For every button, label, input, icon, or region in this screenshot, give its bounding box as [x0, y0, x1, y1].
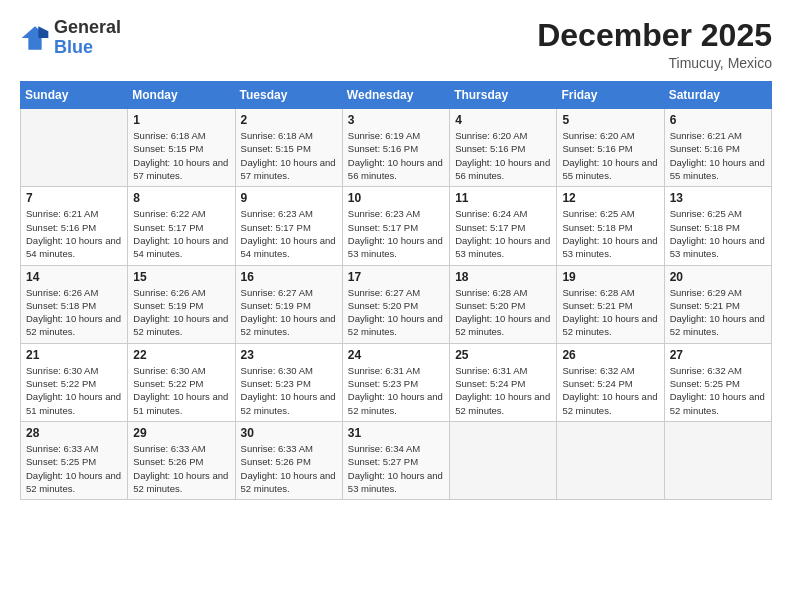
day-info: Sunrise: 6:28 AMSunset: 5:21 PMDaylight:…	[562, 286, 658, 339]
day-number: 22	[133, 348, 229, 362]
day-number: 11	[455, 191, 551, 205]
day-info: Sunrise: 6:30 AMSunset: 5:22 PMDaylight:…	[26, 364, 122, 417]
day-cell	[21, 109, 128, 187]
day-number: 25	[455, 348, 551, 362]
day-info: Sunrise: 6:20 AMSunset: 5:16 PMDaylight:…	[455, 129, 551, 182]
day-info: Sunrise: 6:30 AMSunset: 5:22 PMDaylight:…	[133, 364, 229, 417]
day-info: Sunrise: 6:27 AMSunset: 5:20 PMDaylight:…	[348, 286, 444, 339]
day-header-monday: Monday	[128, 82, 235, 109]
day-cell: 14Sunrise: 6:26 AMSunset: 5:18 PMDayligh…	[21, 265, 128, 343]
day-number: 2	[241, 113, 337, 127]
day-cell: 29Sunrise: 6:33 AMSunset: 5:26 PMDayligh…	[128, 421, 235, 499]
day-info: Sunrise: 6:23 AMSunset: 5:17 PMDaylight:…	[241, 207, 337, 260]
day-info: Sunrise: 6:18 AMSunset: 5:15 PMDaylight:…	[241, 129, 337, 182]
day-info: Sunrise: 6:21 AMSunset: 5:16 PMDaylight:…	[670, 129, 766, 182]
day-header-wednesday: Wednesday	[342, 82, 449, 109]
header: General Blue December 2025 Timucuy, Mexi…	[20, 18, 772, 71]
week-row-4: 28Sunrise: 6:33 AMSunset: 5:25 PMDayligh…	[21, 421, 772, 499]
day-info: Sunrise: 6:33 AMSunset: 5:26 PMDaylight:…	[133, 442, 229, 495]
day-cell: 21Sunrise: 6:30 AMSunset: 5:22 PMDayligh…	[21, 343, 128, 421]
day-info: Sunrise: 6:31 AMSunset: 5:23 PMDaylight:…	[348, 364, 444, 417]
day-number: 16	[241, 270, 337, 284]
day-number: 26	[562, 348, 658, 362]
day-cell	[664, 421, 771, 499]
day-cell: 28Sunrise: 6:33 AMSunset: 5:25 PMDayligh…	[21, 421, 128, 499]
day-info: Sunrise: 6:33 AMSunset: 5:25 PMDaylight:…	[26, 442, 122, 495]
logo-text: General Blue	[54, 18, 121, 58]
day-cell: 27Sunrise: 6:32 AMSunset: 5:25 PMDayligh…	[664, 343, 771, 421]
day-cell: 10Sunrise: 6:23 AMSunset: 5:17 PMDayligh…	[342, 187, 449, 265]
day-cell: 25Sunrise: 6:31 AMSunset: 5:24 PMDayligh…	[450, 343, 557, 421]
week-row-1: 7Sunrise: 6:21 AMSunset: 5:16 PMDaylight…	[21, 187, 772, 265]
day-number: 19	[562, 270, 658, 284]
day-cell: 12Sunrise: 6:25 AMSunset: 5:18 PMDayligh…	[557, 187, 664, 265]
day-number: 5	[562, 113, 658, 127]
day-header-thursday: Thursday	[450, 82, 557, 109]
logo-icon	[20, 23, 50, 53]
day-info: Sunrise: 6:23 AMSunset: 5:17 PMDaylight:…	[348, 207, 444, 260]
day-cell: 6Sunrise: 6:21 AMSunset: 5:16 PMDaylight…	[664, 109, 771, 187]
day-cell: 13Sunrise: 6:25 AMSunset: 5:18 PMDayligh…	[664, 187, 771, 265]
day-info: Sunrise: 6:24 AMSunset: 5:17 PMDaylight:…	[455, 207, 551, 260]
day-cell: 7Sunrise: 6:21 AMSunset: 5:16 PMDaylight…	[21, 187, 128, 265]
day-header-friday: Friday	[557, 82, 664, 109]
week-row-3: 21Sunrise: 6:30 AMSunset: 5:22 PMDayligh…	[21, 343, 772, 421]
day-cell: 4Sunrise: 6:20 AMSunset: 5:16 PMDaylight…	[450, 109, 557, 187]
calendar-table: SundayMondayTuesdayWednesdayThursdayFrid…	[20, 81, 772, 500]
day-cell: 26Sunrise: 6:32 AMSunset: 5:24 PMDayligh…	[557, 343, 664, 421]
day-cell: 9Sunrise: 6:23 AMSunset: 5:17 PMDaylight…	[235, 187, 342, 265]
day-info: Sunrise: 6:21 AMSunset: 5:16 PMDaylight:…	[26, 207, 122, 260]
calendar-page: General Blue December 2025 Timucuy, Mexi…	[0, 0, 792, 612]
day-number: 23	[241, 348, 337, 362]
day-info: Sunrise: 6:34 AMSunset: 5:27 PMDaylight:…	[348, 442, 444, 495]
day-number: 20	[670, 270, 766, 284]
day-cell	[450, 421, 557, 499]
day-cell: 2Sunrise: 6:18 AMSunset: 5:15 PMDaylight…	[235, 109, 342, 187]
day-cell: 18Sunrise: 6:28 AMSunset: 5:20 PMDayligh…	[450, 265, 557, 343]
day-info: Sunrise: 6:32 AMSunset: 5:24 PMDaylight:…	[562, 364, 658, 417]
day-header-tuesday: Tuesday	[235, 82, 342, 109]
day-header-saturday: Saturday	[664, 82, 771, 109]
day-info: Sunrise: 6:25 AMSunset: 5:18 PMDaylight:…	[562, 207, 658, 260]
day-number: 1	[133, 113, 229, 127]
day-info: Sunrise: 6:26 AMSunset: 5:18 PMDaylight:…	[26, 286, 122, 339]
svg-marker-1	[38, 26, 48, 38]
day-number: 17	[348, 270, 444, 284]
day-cell: 16Sunrise: 6:27 AMSunset: 5:19 PMDayligh…	[235, 265, 342, 343]
day-number: 18	[455, 270, 551, 284]
day-info: Sunrise: 6:18 AMSunset: 5:15 PMDaylight:…	[133, 129, 229, 182]
day-number: 30	[241, 426, 337, 440]
day-number: 10	[348, 191, 444, 205]
day-number: 31	[348, 426, 444, 440]
day-number: 13	[670, 191, 766, 205]
logo-blue: Blue	[54, 38, 121, 58]
day-header-sunday: Sunday	[21, 82, 128, 109]
day-cell	[557, 421, 664, 499]
day-info: Sunrise: 6:22 AMSunset: 5:17 PMDaylight:…	[133, 207, 229, 260]
day-cell: 30Sunrise: 6:33 AMSunset: 5:26 PMDayligh…	[235, 421, 342, 499]
day-info: Sunrise: 6:32 AMSunset: 5:25 PMDaylight:…	[670, 364, 766, 417]
day-info: Sunrise: 6:33 AMSunset: 5:26 PMDaylight:…	[241, 442, 337, 495]
day-cell: 3Sunrise: 6:19 AMSunset: 5:16 PMDaylight…	[342, 109, 449, 187]
day-number: 24	[348, 348, 444, 362]
day-cell: 24Sunrise: 6:31 AMSunset: 5:23 PMDayligh…	[342, 343, 449, 421]
location-title: Timucuy, Mexico	[537, 55, 772, 71]
day-number: 14	[26, 270, 122, 284]
day-number: 7	[26, 191, 122, 205]
day-number: 21	[26, 348, 122, 362]
day-cell: 8Sunrise: 6:22 AMSunset: 5:17 PMDaylight…	[128, 187, 235, 265]
day-number: 12	[562, 191, 658, 205]
day-number: 28	[26, 426, 122, 440]
day-info: Sunrise: 6:29 AMSunset: 5:21 PMDaylight:…	[670, 286, 766, 339]
day-info: Sunrise: 6:31 AMSunset: 5:24 PMDaylight:…	[455, 364, 551, 417]
title-area: December 2025 Timucuy, Mexico	[537, 18, 772, 71]
day-number: 3	[348, 113, 444, 127]
logo-general: General	[54, 18, 121, 38]
week-row-0: 1Sunrise: 6:18 AMSunset: 5:15 PMDaylight…	[21, 109, 772, 187]
day-number: 4	[455, 113, 551, 127]
day-number: 27	[670, 348, 766, 362]
day-info: Sunrise: 6:19 AMSunset: 5:16 PMDaylight:…	[348, 129, 444, 182]
day-cell: 5Sunrise: 6:20 AMSunset: 5:16 PMDaylight…	[557, 109, 664, 187]
day-cell: 15Sunrise: 6:26 AMSunset: 5:19 PMDayligh…	[128, 265, 235, 343]
day-info: Sunrise: 6:28 AMSunset: 5:20 PMDaylight:…	[455, 286, 551, 339]
